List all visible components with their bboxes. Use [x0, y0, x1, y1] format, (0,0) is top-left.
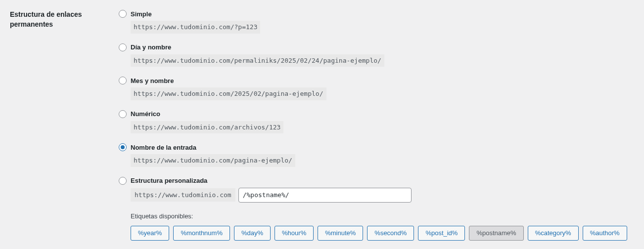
tag-category[interactable]: %category% — [528, 226, 579, 241]
radio-day-name[interactable] — [119, 43, 127, 51]
tag-year[interactable]: %year% — [131, 226, 169, 241]
option-day-name-line[interactable]: Día y nombre — [119, 43, 634, 51]
custom-base-url: https://www.tudominio.com — [131, 188, 235, 202]
option-month-name-line[interactable]: Mes y nombre — [119, 77, 634, 84]
option-month-name-label: Mes y nombre — [131, 77, 174, 84]
option-day-name-example: https://www.tudominio.com/permaliniks/20… — [131, 54, 384, 67]
radio-custom[interactable] — [119, 177, 127, 185]
option-custom-label: Estructura personalizada — [131, 177, 207, 184]
option-post-name-example: https://www.tudominio.com/pagina-ejemplo… — [131, 154, 295, 167]
tags-row: %year% %monthnum% %day% %hour% %minute% … — [131, 226, 634, 241]
option-numeric: Numérico https://www.tudominio.com/archi… — [119, 110, 634, 134]
option-numeric-example: https://www.tudominio.com/archivos/123 — [131, 121, 283, 134]
tag-second[interactable]: %second% — [367, 226, 414, 241]
radio-month-name[interactable] — [119, 77, 127, 84]
option-simple-line[interactable]: Simple — [119, 10, 634, 18]
option-post-name-label: Nombre de la entrada — [131, 144, 196, 151]
tags-available-label: Etiquetas disponibles: — [131, 212, 634, 220]
option-month-name: Mes y nombre https://www.tudominio.com/2… — [119, 77, 634, 100]
tag-minute[interactable]: %minute% — [318, 226, 363, 241]
option-numeric-line[interactable]: Numérico — [119, 110, 634, 118]
option-simple-example: https://www.tudominio.com/?p=123 — [131, 21, 260, 34]
option-custom-line[interactable]: Estructura personalizada — [119, 177, 634, 185]
options-container: Simple https://www.tudominio.com/?p=123 … — [119, 10, 634, 241]
radio-post-name[interactable] — [119, 143, 127, 151]
tag-post-id[interactable]: %post_id% — [418, 226, 465, 241]
tag-postname[interactable]: %postname% — [469, 226, 523, 241]
option-simple-label: Simple — [131, 10, 152, 18]
option-simple: Simple https://www.tudominio.com/?p=123 — [119, 10, 634, 34]
option-day-name: Día y nombre https://www.tudominio.com/p… — [119, 43, 634, 67]
radio-simple[interactable] — [119, 10, 127, 18]
tag-hour[interactable]: %hour% — [275, 226, 314, 241]
option-post-name: Nombre de la entrada https://www.tudomin… — [119, 143, 634, 167]
tag-monthnum[interactable]: %monthnum% — [173, 226, 230, 241]
radio-numeric[interactable] — [119, 110, 127, 118]
option-month-name-example: https://www.tudominio.com/2025/02/pagina… — [131, 87, 326, 100]
section-title: Estructura de enlaces permanentes — [10, 10, 119, 241]
option-post-name-line[interactable]: Nombre de la entrada — [119, 143, 634, 151]
option-day-name-label: Día y nombre — [131, 43, 171, 51]
custom-structure-input[interactable] — [238, 188, 412, 203]
option-numeric-label: Numérico — [131, 110, 160, 118]
option-custom: Estructura personalizada https://www.tud… — [119, 177, 634, 203]
tag-author[interactable]: %author% — [583, 226, 627, 241]
tag-day[interactable]: %day% — [234, 226, 271, 241]
